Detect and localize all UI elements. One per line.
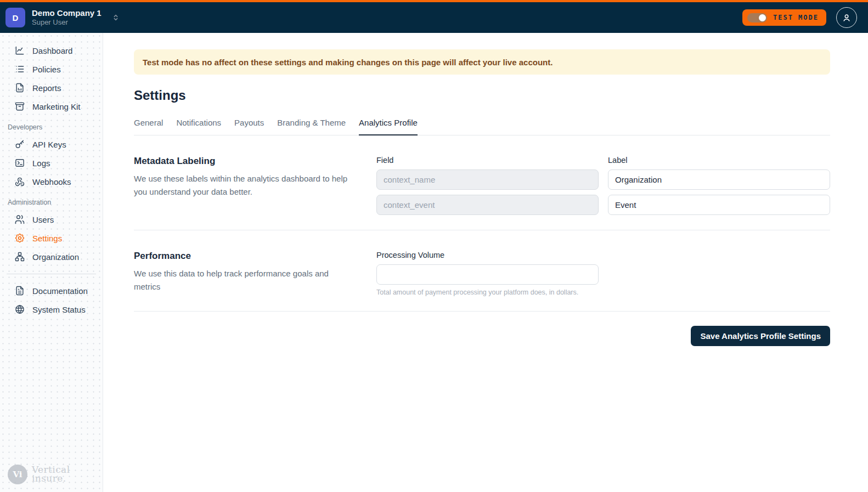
label-column-label: Label: [608, 156, 830, 165]
sidebar-item-logs[interactable]: Logs: [0, 154, 103, 172]
sidebar-item-label: Webhooks: [32, 177, 71, 186]
toggle-knob: [759, 14, 766, 21]
sidebar-item-system-status[interactable]: System Status: [0, 300, 103, 319]
sidebar-item-label: Logs: [32, 159, 50, 168]
organization-label-input[interactable]: [608, 169, 830, 190]
event-label-input[interactable]: [608, 195, 830, 215]
sidebar-item-organization[interactable]: Organization: [0, 247, 103, 266]
users-icon: [14, 214, 25, 225]
main-content: Test mode has no affect on these setting…: [103, 33, 868, 492]
company-role: Super User: [32, 18, 102, 27]
tab-payouts[interactable]: Payouts: [234, 118, 264, 135]
archive-box-icon: [14, 101, 25, 112]
sidebar-item-label: Users: [32, 215, 54, 224]
toggle-switch[interactable]: [747, 13, 767, 22]
sidebar-item-label: Reports: [32, 83, 61, 93]
chart-line-icon: [14, 45, 25, 56]
sidebar-item-marketing-kit[interactable]: Marketing Kit: [0, 97, 103, 116]
file-chart-icon: [14, 82, 25, 93]
warning-banner-text: Test mode has no affect on these setting…: [143, 58, 553, 67]
logo-mark: Vi: [8, 465, 27, 484]
context-event-field: [376, 195, 599, 215]
company-name: Demo Company 1: [32, 8, 102, 19]
performance-section-title: Performance: [134, 251, 351, 262]
key-icon: [14, 139, 25, 150]
metadata-labeling-section: Metadata Labeling We use these labels wi…: [134, 135, 830, 230]
list-icon: [14, 64, 25, 75]
vertical-insure-logo: Vi Vertical insure.: [8, 465, 70, 484]
chevron-updown-icon: [111, 13, 120, 22]
sidebar-item-label: Settings: [32, 234, 62, 243]
person-icon: [841, 12, 853, 24]
tab-general[interactable]: General: [134, 118, 163, 135]
sidebar-item-label: Documentation: [32, 286, 88, 296]
sidebar-item-policies[interactable]: Policies: [0, 60, 103, 78]
sidebar-item-webhooks[interactable]: Webhooks: [0, 172, 103, 191]
metadata-section-description: We use these labels within the analytics…: [134, 172, 351, 199]
tab-branding-theme[interactable]: Branding & Theme: [277, 118, 346, 135]
context-name-field: [376, 169, 599, 190]
gear-icon: [14, 233, 25, 244]
sidebar-section-developers: Developers: [0, 116, 103, 135]
metadata-section-title: Metadata Labeling: [134, 156, 351, 167]
field-column-label: Field: [376, 156, 599, 165]
tab-notifications[interactable]: Notifications: [176, 118, 221, 135]
processing-volume-input[interactable]: [376, 264, 599, 285]
sidebar-item-label: Organization: [32, 252, 79, 262]
test-mode-warning-banner: Test mode has no affect on these setting…: [134, 49, 830, 75]
sidebar-item-settings[interactable]: Settings: [0, 229, 103, 247]
topbar: D Demo Company 1 Super User TEST MODE: [0, 0, 868, 33]
performance-section: Performance We use this data to help tra…: [134, 230, 830, 312]
test-mode-label: TEST MODE: [773, 14, 819, 21]
user-avatar-button[interactable]: [836, 7, 857, 28]
processing-volume-helper: Total amount of payment processing your …: [376, 289, 599, 296]
sidebar-item-label: API Keys: [32, 140, 66, 149]
save-analytics-profile-button[interactable]: Save Analytics Profile Settings: [691, 326, 830, 346]
terminal-icon: [14, 157, 25, 168]
sidebar-item-reports[interactable]: Reports: [0, 78, 103, 97]
sitemap-icon: [14, 251, 25, 262]
webhook-icon: [14, 176, 25, 187]
sidebar-item-users[interactable]: Users: [0, 210, 103, 229]
sidebar-item-api-keys[interactable]: API Keys: [0, 135, 103, 154]
sidebar-item-label: Dashboard: [32, 46, 72, 55]
company-switcher[interactable]: D Demo Company 1 Super User: [5, 8, 120, 27]
sidebar-item-documentation[interactable]: Documentation: [0, 281, 103, 300]
sidebar-item-label: Marketing Kit: [32, 102, 81, 111]
performance-section-description: We use this data to help track performan…: [134, 267, 351, 293]
sidebar-divider: [7, 274, 96, 274]
sidebar: Dashboard Policies Reports Marketing Kit…: [0, 33, 103, 492]
sidebar-item-label: Policies: [32, 65, 61, 74]
tab-analytics-profile[interactable]: Analytics Profile: [359, 118, 418, 135]
document-icon: [14, 285, 25, 296]
settings-tabs: General Notifications Payouts Branding &…: [134, 118, 830, 135]
sidebar-section-administration: Administration: [0, 191, 103, 210]
company-avatar: D: [5, 8, 25, 27]
globe-icon: [14, 304, 25, 315]
sidebar-item-dashboard[interactable]: Dashboard: [0, 41, 103, 60]
sidebar-item-label: System Status: [32, 305, 86, 314]
page-title: Settings: [134, 88, 830, 103]
logo-wordmark: Vertical insure.: [32, 466, 70, 483]
processing-volume-label: Processing Volume: [376, 251, 599, 259]
test-mode-toggle[interactable]: TEST MODE: [742, 9, 826, 26]
